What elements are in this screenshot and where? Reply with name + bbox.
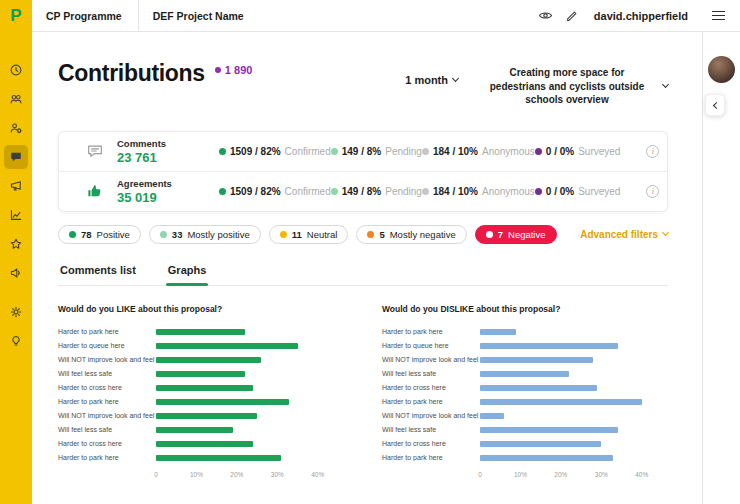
tab-comments-list[interactable]: Comments list	[58, 258, 138, 285]
pill-dot	[160, 231, 167, 238]
chart-category-label: Will feel less safe	[382, 370, 480, 377]
collapse-panel-button[interactable]	[705, 94, 725, 116]
stat-segment: 184 / 10%Anonymous	[422, 186, 535, 197]
status-dot	[422, 188, 429, 195]
chart-category-label: Harder to cross here	[382, 384, 480, 391]
chart-row: Will NOT improve look and feel	[58, 409, 338, 423]
chart-bar-track	[156, 357, 338, 363]
axis-tick-label: 30%	[595, 471, 608, 478]
segment-value: 184 / 10%	[433, 146, 478, 157]
axis-tick-label: 40%	[311, 471, 324, 478]
info-icon[interactable]: i	[646, 185, 659, 198]
status-dot	[331, 188, 338, 195]
chart-category-label: Harder to park here	[58, 398, 156, 405]
chart-bar-track	[156, 371, 338, 377]
info-icon[interactable]: i	[646, 145, 659, 158]
filter-pill-negative[interactable]: 7 Negative	[475, 225, 557, 244]
chevron-down-icon	[662, 81, 669, 88]
user-settings-icon[interactable]	[4, 116, 28, 140]
hamburger-menu-icon[interactable]	[708, 6, 728, 26]
chart-bar	[156, 399, 289, 405]
segment-value: 1509 / 82%	[230, 146, 281, 157]
user-avatar[interactable]	[708, 56, 735, 83]
filter-pill-mostly-positive[interactable]: 33 Mostly positive	[149, 225, 261, 244]
chart-category-label: Will feel less safe	[382, 426, 480, 433]
filter-pill-mostly-negative[interactable]: 5 Mostly negative	[356, 225, 466, 244]
current-user[interactable]: david.chipperfield	[594, 10, 688, 22]
segment-label: Anonymous	[482, 186, 535, 197]
eye-icon[interactable]	[536, 6, 556, 26]
chart-bar	[156, 427, 233, 433]
app: P	[0, 0, 740, 504]
segment-label: Confirmed	[285, 146, 331, 157]
tab-graphs[interactable]: Graphs	[166, 258, 209, 285]
status-dot	[219, 148, 226, 155]
chart-category-label: Harder to cross here	[58, 384, 156, 391]
chart-row: Harder to park here	[58, 325, 338, 339]
app-logo[interactable]: P	[0, 0, 32, 32]
chart-row: Will NOT improve look and feel	[382, 353, 662, 367]
chart-bar-track	[480, 455, 662, 461]
segment-value: 184 / 10%	[433, 186, 478, 197]
chart-row: Harder to park here	[58, 451, 338, 465]
stat-segments: 1509 / 82%Confirmed149 / 8%Pending184 / …	[205, 146, 646, 157]
advanced-filters-link[interactable]: Advanced filters	[580, 229, 668, 240]
chart-bar	[480, 441, 601, 447]
status-dot	[422, 148, 429, 155]
clock-icon[interactable]	[4, 58, 28, 82]
axis-tick-label: 20%	[230, 471, 243, 478]
chart-category-label: Harder to park here	[58, 328, 156, 335]
ideas-icon[interactable]	[4, 329, 28, 353]
team-icon[interactable]	[4, 87, 28, 111]
chart-category-label: Harder to cross here	[382, 440, 480, 447]
stat-meta: Comments 23 761	[117, 138, 205, 165]
chart-bar	[480, 413, 504, 419]
tabs: Comments listGraphs	[58, 258, 668, 286]
count-dot	[215, 67, 221, 73]
segment-label: Pending	[385, 186, 422, 197]
contributions-count: 1 890	[215, 64, 253, 76]
chart-row: Harder to queue here	[382, 339, 662, 353]
comments-icon[interactable]	[4, 145, 28, 169]
stat-segment: 1509 / 82%Confirmed	[219, 146, 331, 157]
topbar: CP Programme DEF Project Name david.chip…	[32, 0, 740, 32]
pill-dot	[280, 231, 287, 238]
axis-tick-label: 0	[154, 471, 158, 478]
status-dot	[331, 148, 338, 155]
announcements-icon[interactable]	[4, 261, 28, 285]
filter-pill-neutral[interactable]: 11 Neutral	[269, 225, 349, 244]
stat-total: 35 019	[117, 190, 205, 205]
chart-bar	[480, 357, 593, 363]
chevron-down-icon	[662, 229, 669, 236]
chart-category-label: Will NOT improve look and feel	[58, 412, 156, 419]
breadcrumb-programme[interactable]: CP Programme	[46, 10, 122, 22]
chart-bar	[156, 455, 281, 461]
megaphone-icon[interactable]	[4, 174, 28, 198]
chart-bar	[480, 343, 618, 349]
chart-row: Harder to cross here	[382, 437, 662, 451]
stats-card: Comments 23 761 1509 / 82%Confirmed149 /…	[58, 131, 668, 212]
page-title: Contributions	[58, 62, 205, 85]
filter-pill-positive[interactable]: 78 Positive	[58, 225, 141, 244]
chart-row: Harder to park here	[382, 325, 662, 339]
overview-dropdown[interactable]: Creating more space for pedestrians and …	[482, 66, 668, 107]
main-content: Contributions 1 890 1 month Creating mor…	[32, 32, 702, 504]
settings-icon[interactable]	[4, 300, 28, 324]
right-panel	[702, 32, 740, 504]
chart-bar-track	[156, 385, 338, 391]
chart-bar-track	[480, 329, 662, 335]
axis-tick-label: 10%	[514, 471, 527, 478]
period-dropdown[interactable]: 1 month	[405, 74, 458, 86]
star-icon[interactable]	[4, 232, 28, 256]
pill-label: Mostly positive	[187, 229, 249, 240]
sidebar-nav	[4, 58, 28, 353]
stats-row-agreements: Agreements 35 019 1509 / 82%Confirmed149…	[59, 172, 667, 211]
segment-value: 149 / 8%	[342, 146, 381, 157]
period-value: 1 month	[405, 74, 448, 86]
stat-segment: 149 / 8%Pending	[331, 186, 422, 197]
pencil-icon[interactable]	[562, 6, 582, 26]
thumbs-up-icon	[85, 182, 105, 200]
analytics-icon[interactable]	[4, 203, 28, 227]
chart-category-label: Harder to park here	[58, 454, 156, 461]
chart-bar	[480, 371, 569, 377]
